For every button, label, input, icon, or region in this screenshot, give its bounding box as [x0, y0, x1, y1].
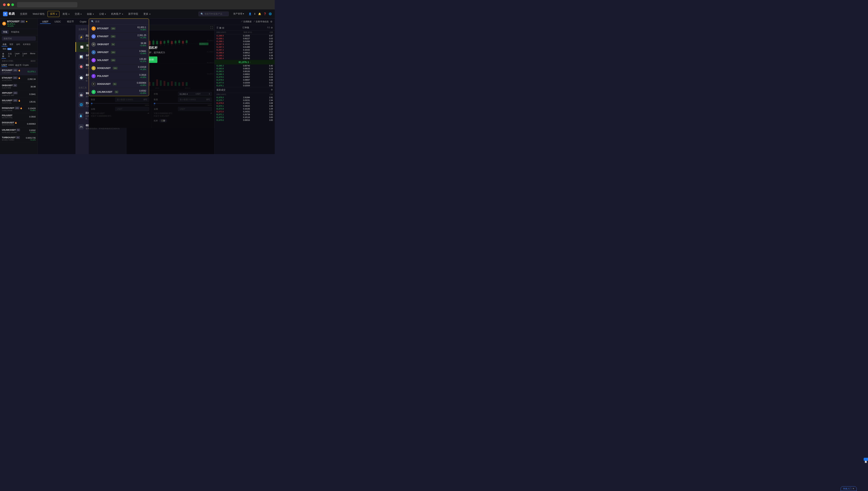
trade-row[interactable]: 61,870.8 0.10116 3.83	[215, 116, 275, 119]
nav-finance[interactable]: 金融 ▾	[85, 11, 96, 17]
bell-icon[interactable]: 🔔	[258, 12, 261, 15]
list-item[interactable]: XRP/USDT 10x 2,688.67万 XRP 0.5841	[0, 90, 37, 98]
trade-row[interactable]: 61,873.9 0.16156 3.39	[215, 108, 275, 110]
amount-input-r[interactable]: USDT	[178, 107, 212, 111]
trade-row[interactable]: 61,872.0 0.24252 3.52	[215, 110, 275, 113]
cat-layer1[interactable]: Layer 1	[14, 52, 21, 59]
fullscreen-icon[interactable]: ⛶	[210, 26, 213, 29]
transfer-icon-r[interactable]: ⇄	[210, 112, 212, 115]
coin-item[interactable]: U UXLINK/USDT 5x 0.6592 +0.49%	[89, 88, 149, 96]
market-info-link[interactable]: ↗ 交易/市场信息	[253, 20, 269, 23]
ob-settings-icon[interactable]: ⚙	[271, 26, 273, 29]
bid-row[interactable]: 61,877.0 0.02559 0.02	[215, 81, 275, 84]
coin-item[interactable]: Ξ ETH/USDT 10x 2,391.25 +4.14%	[89, 32, 149, 40]
trade-data-link[interactable]: ↗ 交易数据	[241, 20, 251, 23]
nav-discover[interactable]: 发现 ▾	[60, 11, 72, 17]
minimize-button[interactable]	[7, 3, 10, 6]
nav-institution[interactable]: 机构客户 ▾	[109, 11, 125, 17]
ask-row[interactable]: 61,887.5 0.16152 0.67	[215, 43, 275, 46]
tab-usdt[interactable]: USDT	[40, 20, 51, 24]
filter-tab-margin[interactable]: 杠杆前沿	[22, 43, 32, 47]
ask-row[interactable]: 61,888.1 0.01006 0.00	[215, 40, 275, 43]
trade-row[interactable]: 61,876.0 2.91084 2.91	[215, 96, 275, 99]
list-item[interactable]: OKB/USDT 5x 4.21万 OKB 38.98	[0, 83, 37, 90]
globe-icon[interactable]: 🌐	[269, 12, 272, 15]
list-item[interactable]: POL/USDT 692.60万 POL 0.3916	[0, 113, 37, 120]
ob-asks-icon[interactable]: ▦	[219, 26, 221, 29]
bid-row[interactable]: 61,880.3 0.08952 0.16	[215, 73, 275, 76]
coin-item[interactable]: D DOGS/USDT 5x 0.000964 +6.99%	[89, 80, 149, 88]
qty-input[interactable]: 最小数量 0.00001 BTC	[115, 97, 149, 102]
ask-row[interactable]: 61,887.2 0.16152 0.67	[215, 49, 275, 51]
ob-both-icon[interactable]: ☰	[216, 26, 218, 29]
nav-web3[interactable]: Web3 钱包	[30, 11, 47, 17]
filter-tab-new[interactable]: 期权 New	[1, 47, 13, 51]
pair-search-input[interactable]	[2, 36, 36, 40]
bid-row[interactable]: 61,876.1 0.02559 0.02	[215, 84, 275, 87]
coin-item[interactable]: O OKB/USDT 5x 38.98 +3.45%	[89, 40, 149, 48]
tab-usdc[interactable]: USDC	[8, 64, 14, 67]
trade-row[interactable]: 61,874.1 0.08020 3.08	[215, 105, 275, 108]
tab-market[interactable]: 市场	[1, 30, 9, 34]
filter-tab-contract[interactable]: 合约	[15, 43, 21, 47]
coin-item[interactable]: S SOL/USDT 10x 135.80 +6.37%	[89, 56, 149, 64]
ob-bids-icon[interactable]: ▤	[222, 26, 224, 29]
tab-crypto[interactable]: Crypto	[78, 20, 89, 24]
download-icon[interactable]: ⬇	[254, 12, 256, 15]
bid-row[interactable]: 61,882.0 0.00155 0.13	[215, 70, 275, 73]
bid-row[interactable]: 61,883.8 0.08533 0.28	[215, 67, 275, 70]
coin-search-input[interactable]	[95, 20, 147, 23]
cat-meme[interactable]: Meme	[29, 52, 36, 59]
nav-more[interactable]: 更多 ▾	[141, 11, 153, 17]
nav-buy[interactable]: 买币 ▾	[48, 11, 59, 17]
ask-row[interactable]: 61,886.8 0.08912 0.47	[215, 51, 275, 54]
qty-input-r[interactable]: 最小数量 0.00001 BTC	[178, 97, 212, 102]
filter-tab-spot[interactable]: 现货	[8, 43, 14, 47]
star-icon[interactable]: ★	[26, 20, 28, 23]
list-item[interactable]: DOGS/USDT 🔥 314.67亿 DOGS 0.000963	[0, 120, 37, 127]
nav-trade[interactable]: 交易 ▾	[72, 11, 84, 17]
close-button[interactable]	[3, 3, 6, 6]
list-item[interactable]: TURBO/USDT 5x 40.99亿 TURBO 0.0051735 +4.…	[0, 135, 37, 143]
bid-row[interactable]: 61,879.5 0.00957 0.03	[215, 76, 275, 79]
settings-icon[interactable]: ⚙	[270, 20, 273, 23]
tab-market-impulse[interactable]: 市场异动	[9, 30, 21, 34]
trade-row[interactable]: 61,875.7 0.03231 2.94	[215, 99, 275, 102]
lt-settings-icon[interactable]: ⚙	[271, 88, 273, 92]
ask-row[interactable]: 61,885.4 0.00740 0.29	[215, 57, 275, 60]
list-item[interactable]: ETH/USDT 10x 🔥 12.42万 ETH 2,392.34	[0, 75, 37, 83]
trade-row[interactable]: 61,871.1 0.26738 3.83	[215, 113, 275, 116]
coin-item[interactable]: X XRP/USDT 10x 0.5841 +3.49%	[89, 48, 149, 56]
sell-slider[interactable]: 0100%	[154, 103, 212, 106]
cat-layer2[interactable]: Layer 2	[22, 52, 28, 59]
url-bar[interactable]	[17, 2, 78, 7]
nav-exchange[interactable]: 交易所	[18, 11, 30, 17]
ask-row[interactable]: 61,886.1 0.00740 0.38	[215, 54, 275, 57]
tab-stable[interactable]: 稳定币	[65, 19, 76, 24]
transfer-icon[interactable]: ⇄	[148, 112, 149, 115]
list-item[interactable]: SOL/USDT 10x 🔥 74.97万 SOL 135.81	[0, 98, 37, 106]
amount-input[interactable]: USDT	[115, 107, 149, 111]
nav-academy[interactable]: 新手学院	[126, 11, 141, 17]
logo[interactable]: ✕ 欧易	[3, 12, 15, 16]
tab-crypto[interactable]: Crypto	[23, 64, 29, 67]
user-icon[interactable]: 👤	[249, 12, 251, 15]
price-input-r[interactable]: 61,862.4 USDT ⇕	[178, 92, 212, 96]
trade-row[interactable]: 61,870.0 0.00016 3.83	[215, 119, 275, 122]
nav-chain[interactable]: 公链 ▾	[97, 11, 108, 17]
list-item[interactable]: DOGE/USDT 10x 🔥 2.53亿 DOGE 0.10420 +6.88…	[0, 106, 37, 113]
cat-mainstream[interactable]: 主流币	[7, 52, 13, 59]
list-item[interactable]: BTC/USDT 10x 🔥 1.33万 BTC 61,876.1	[0, 68, 37, 75]
bid-row[interactable]: 61,878.0 0.09007 0.08	[215, 79, 275, 81]
cat-all[interactable]: 全部	[1, 52, 6, 59]
tab-stable[interactable]: 稳定币	[15, 64, 22, 67]
ask-row[interactable]: 61,888.1 0.06227 0.63	[215, 37, 275, 40]
bid-row[interactable]: 61,885.3 0.00740 0.40	[215, 64, 275, 67]
trade-row[interactable]: 61,878.8 0.14551 3.08	[215, 102, 275, 105]
coin-item[interactable]: D DOGE/USDT 10x 0.10418 +4.18%	[89, 64, 149, 72]
coin-item[interactable]: ₿ BTC/USDT 10x 61,853.1 +4.08%	[89, 25, 149, 32]
filter-tab-watchlist[interactable]: 自选	[1, 43, 7, 47]
coin-item[interactable]: P POL/USDT 0.3916 +4.93%	[89, 72, 149, 80]
ob-decimal[interactable]: 0.1	[268, 26, 270, 29]
search-bar[interactable]: 🔍 搜索币种/提案/产品	[198, 11, 229, 16]
